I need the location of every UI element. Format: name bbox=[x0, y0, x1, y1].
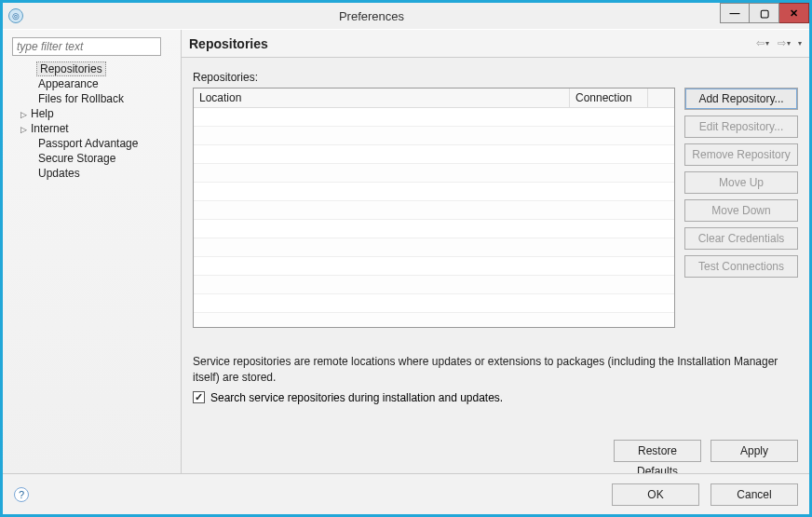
tree-item[interactable]: Updates bbox=[12, 166, 171, 181]
table-row bbox=[194, 201, 674, 220]
tree-item-label: Passport Advantage bbox=[36, 137, 140, 150]
left-pane: RepositoriesAppearanceFiles for Rollback… bbox=[3, 30, 182, 473]
app-icon: ◎ bbox=[8, 8, 23, 23]
page-buttons: Restore Defaults Apply bbox=[193, 440, 798, 466]
titlebar: ◎ Preferences — ▢ ✕ bbox=[3, 3, 809, 29]
remove-repository-button[interactable]: Remove Repository bbox=[684, 143, 798, 166]
edit-repository-button[interactable]: Edit Repository... bbox=[684, 116, 798, 138]
table-row bbox=[194, 313, 674, 328]
page-body: Repositories: Location Connection Add Re… bbox=[182, 58, 809, 473]
repo-buttons: Add Repository... Edit Repository... Rem… bbox=[684, 88, 798, 278]
table-row bbox=[194, 238, 674, 257]
preferences-window: ◎ Preferences — ▢ ✕ RepositoriesAppearan… bbox=[0, 0, 812, 517]
table-row bbox=[194, 127, 674, 145]
add-repository-button[interactable]: Add Repository... bbox=[684, 88, 798, 110]
tree-item[interactable]: Secure Storage bbox=[12, 151, 171, 166]
minimize-button[interactable]: — bbox=[720, 3, 750, 23]
column-connection[interactable]: Connection bbox=[570, 88, 648, 107]
maximize-button[interactable]: ▢ bbox=[750, 3, 779, 23]
search-repos-checkbox-row: Search service repositories during insta… bbox=[193, 391, 798, 404]
tree-item[interactable]: Repositories bbox=[12, 61, 171, 76]
tree-item[interactable]: ▷Help bbox=[12, 106, 171, 121]
table-row bbox=[194, 164, 674, 183]
nav-back-menu-icon[interactable]: ▾ bbox=[765, 39, 769, 48]
move-up-button[interactable]: Move Up bbox=[684, 171, 798, 194]
nav-forward-menu-icon[interactable]: ▾ bbox=[787, 39, 791, 48]
dialog-footer: ? OK Cancel bbox=[3, 473, 809, 514]
view-menu-icon[interactable]: ▾ bbox=[798, 39, 802, 48]
content-area: RepositoriesAppearanceFiles for Rollback… bbox=[3, 29, 809, 473]
table-row bbox=[194, 257, 674, 276]
tree-item[interactable]: Appearance bbox=[12, 76, 171, 91]
table-row bbox=[194, 220, 674, 238]
tree-item-label: Repositories bbox=[36, 61, 106, 76]
move-down-button[interactable]: Move Down bbox=[684, 199, 798, 222]
repositories-table[interactable]: Location Connection bbox=[193, 88, 675, 328]
test-connections-button[interactable]: Test Connections bbox=[684, 255, 798, 278]
filter-input[interactable] bbox=[12, 37, 161, 56]
tree-item-label: Updates bbox=[36, 167, 82, 180]
clear-credentials-button[interactable]: Clear Credentials bbox=[684, 227, 798, 250]
table-header: Location Connection bbox=[194, 88, 674, 108]
preferences-tree[interactable]: RepositoriesAppearanceFiles for Rollback… bbox=[12, 61, 171, 181]
column-spare bbox=[648, 88, 674, 107]
window-controls: — ▢ ✕ bbox=[720, 3, 809, 29]
table-row bbox=[194, 145, 674, 164]
table-and-buttons: Location Connection Add Repository... Ed… bbox=[193, 88, 798, 328]
nav-back-icon[interactable]: ⇦ bbox=[756, 37, 765, 49]
restore-defaults-button[interactable]: Restore Defaults bbox=[614, 440, 701, 462]
close-button[interactable]: ✕ bbox=[779, 3, 809, 23]
window-title: Preferences bbox=[23, 9, 720, 23]
tree-item-label: Files for Rollback bbox=[36, 92, 126, 105]
description-text: Service repositories are remote location… bbox=[193, 354, 798, 386]
tree-item-label: Appearance bbox=[36, 77, 101, 90]
table-row bbox=[194, 294, 674, 313]
table-row bbox=[194, 183, 674, 201]
table-row bbox=[194, 276, 674, 294]
right-pane: Repositories ⇦ ▾ ⇨ ▾ ▾ Repositories: Loc… bbox=[182, 30, 809, 473]
nav-forward-icon[interactable]: ⇨ bbox=[778, 37, 786, 49]
repositories-label: Repositories: bbox=[193, 71, 798, 84]
tree-item[interactable]: Passport Advantage bbox=[12, 136, 171, 151]
tree-item-label: Secure Storage bbox=[36, 152, 117, 165]
expander-icon[interactable]: ▷ bbox=[18, 110, 29, 119]
page-header: Repositories ⇦ ▾ ⇨ ▾ ▾ bbox=[182, 30, 809, 58]
tree-item-label: Help bbox=[29, 107, 56, 120]
tree-item[interactable]: Files for Rollback bbox=[12, 91, 171, 106]
help-icon[interactable]: ? bbox=[14, 487, 29, 502]
column-location[interactable]: Location bbox=[194, 88, 570, 107]
apply-button[interactable]: Apply bbox=[710, 440, 798, 462]
cancel-button[interactable]: Cancel bbox=[710, 483, 798, 506]
ok-button[interactable]: OK bbox=[612, 483, 699, 506]
tree-item-label: Internet bbox=[29, 122, 71, 135]
search-repos-checkbox[interactable] bbox=[193, 391, 205, 403]
expander-icon[interactable]: ▷ bbox=[18, 125, 29, 134]
table-body bbox=[194, 108, 674, 328]
search-repos-label: Search service repositories during insta… bbox=[210, 391, 503, 404]
page-title: Repositories bbox=[189, 36, 755, 51]
tree-item[interactable]: ▷Internet bbox=[12, 121, 171, 136]
table-row bbox=[194, 108, 674, 127]
